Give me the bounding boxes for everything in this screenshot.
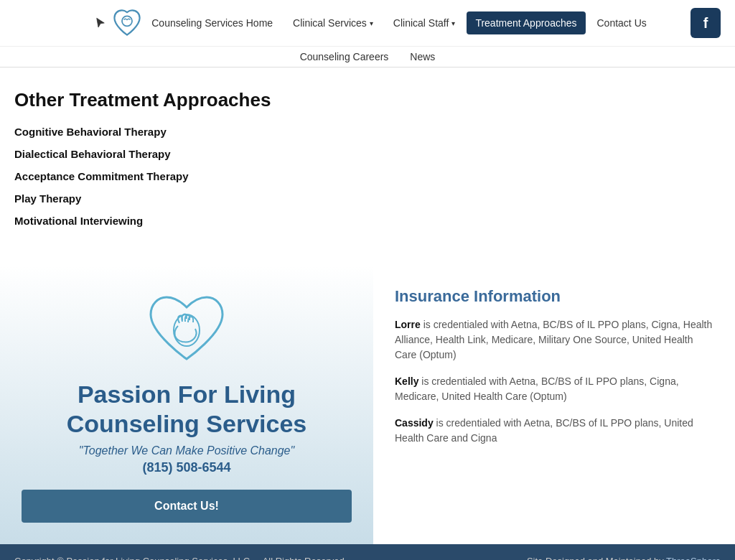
nav-bottom-bar: Counseling CareersNews [0,46,735,67]
nav-bottom-link-counseling-careers[interactable]: Counseling Careers [300,51,389,62]
main-nav: Counseling Services HomeClinical Service… [0,0,735,67]
nav-link-clinical-staff[interactable]: Clinical Staff ▾ [385,11,464,34]
brand-card: Passion For Living Counseling Services "… [0,266,373,544]
page-title: Other Treatment Approaches [14,89,721,111]
treatment-list-item[interactable]: Motivational Interviewing [14,215,721,227]
lower-section: Passion For Living Counseling Services "… [0,266,735,544]
logo-icon [111,7,143,39]
treatment-list-item[interactable]: Dialectical Behavioral Therapy [14,148,721,160]
footer-copyright: Copyright © Passion for Living Counselin… [14,556,347,560]
threesphere-link[interactable]: ThreeSphere [666,556,721,560]
nav-bottom-link-news[interactable]: News [410,51,435,62]
footer-designed-by: Site Designed and Maintained by ThreeSph… [527,556,721,560]
insurance-items: Lorre is credentialed with Aetna, BC/BS … [395,317,713,446]
insurance-person-name: Lorre [395,319,421,330]
brand-tagline: "Together We Can Make Positive Change" [79,444,294,457]
footer: Copyright © Passion for Living Counselin… [0,544,735,560]
treatment-list-item[interactable]: Acceptance Commitment Therapy [14,170,721,182]
nav-link-counseling-services-home[interactable]: Counseling Services Home [143,11,281,34]
svg-point-0 [122,16,132,26]
treatment-list: Cognitive Behavioral TherapyDialectical … [14,126,721,227]
treatment-list-item[interactable]: Cognitive Behavioral Therapy [14,126,721,138]
insurance-item: Cassidy is credentialed with Aetna, BC/B… [395,416,713,446]
brand-phone: (815) 508-6544 [142,460,230,475]
facebook-button[interactable]: f [690,8,721,38]
chevron-down-icon: ▾ [451,19,455,27]
insurance-card: Insurance Information Lorre is credentia… [373,266,735,544]
nav-top-links: Counseling Services HomeClinical Service… [143,11,655,34]
nav-link-clinical-services[interactable]: Clinical Services ▾ [284,11,382,34]
heart-hands-icon [144,287,230,366]
chevron-down-icon: ▾ [370,19,373,27]
logo-area [94,7,143,39]
nav-link-contact-us[interactable]: Contact Us [589,11,655,34]
nav-top-bar: Counseling Services HomeClinical Service… [0,0,735,46]
main-content: Other Treatment Approaches Cognitive Beh… [0,67,735,251]
insurance-title: Insurance Information [395,287,713,306]
nav-link-treatment-approaches[interactable]: Treatment Approaches [467,11,585,34]
insurance-person-name: Kelly [395,375,418,387]
insurance-item: Kelly is credentialed with Aetna, BC/BS … [395,374,713,404]
insurance-person-name: Cassidy [395,417,434,429]
heart-logo [144,287,230,368]
cursor-icon [94,17,107,29]
insurance-item: Lorre is credentialed with Aetna, BC/BS … [395,317,713,363]
contact-us-button[interactable]: Contact Us! [22,490,352,523]
treatment-list-item[interactable]: Play Therapy [14,192,721,205]
brand-name: Passion For Living Counseling Services [67,380,306,439]
